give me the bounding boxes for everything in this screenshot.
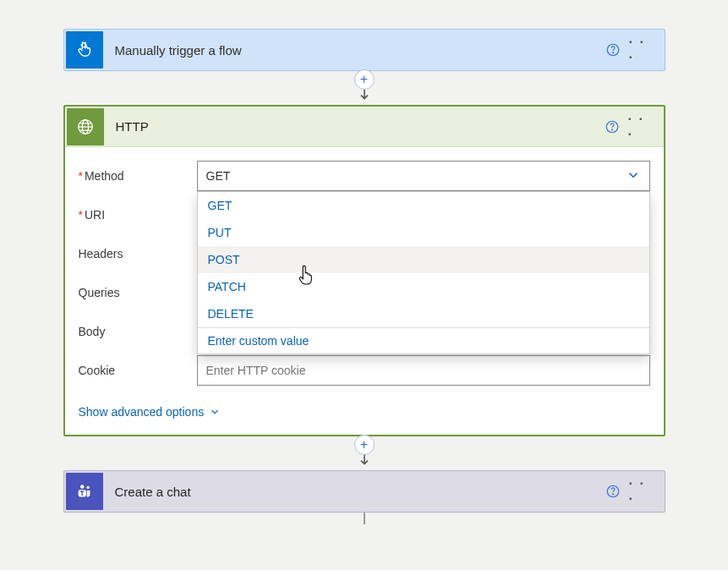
connector: + — [352, 71, 377, 105]
cookie-input[interactable]: Enter HTTP cookie — [197, 355, 650, 386]
method-option-patch[interactable]: PATCH — [198, 273, 649, 300]
svg-point-8 — [86, 486, 89, 489]
help-icon[interactable] — [601, 116, 623, 138]
globe-icon — [67, 108, 104, 145]
touch-icon — [66, 31, 103, 69]
method-selected-value: GET — [206, 169, 231, 183]
http-card[interactable]: HTTP · · · *Method GET — [63, 105, 665, 436]
more-icon[interactable]: · · · — [628, 116, 654, 138]
method-select[interactable]: GET — [197, 161, 650, 191]
help-icon[interactable] — [602, 39, 624, 61]
headers-label: Headers — [79, 247, 197, 260]
connector: + — [352, 436, 377, 470]
http-header[interactable]: HTTP · · · — [65, 107, 664, 147]
cookie-label: Cookie — [79, 364, 197, 377]
cookie-placeholder: Enter HTTP cookie — [206, 364, 306, 377]
add-step-button[interactable]: + — [354, 69, 375, 90]
method-dropdown: GET PUT POST PATCH DELETE Enter custom v… — [197, 191, 650, 354]
method-label: *Method — [79, 169, 197, 183]
svg-point-7 — [80, 485, 84, 488]
http-title: HTTP — [106, 119, 601, 134]
body-label: Body — [79, 325, 197, 338]
arrow-down-icon — [357, 88, 372, 105]
svg-point-6 — [611, 129, 612, 129]
method-option-get[interactable]: GET — [198, 192, 649, 219]
http-body: *Method GET GET PUT POST — [65, 147, 664, 396]
chat-header[interactable]: Create a chat · · · — [64, 471, 665, 512]
uri-label: *URI — [79, 208, 197, 222]
teams-icon — [66, 473, 103, 510]
chevron-down-icon — [209, 406, 221, 418]
add-step-button[interactable]: + — [354, 435, 375, 455]
method-row: *Method GET GET PUT POST — [79, 159, 650, 193]
more-icon[interactable]: · · · — [629, 39, 654, 61]
chat-card[interactable]: Create a chat · · · — [63, 470, 665, 512]
more-icon[interactable]: · · · — [629, 480, 654, 502]
arrow-down-icon — [357, 453, 372, 470]
line-icon — [364, 512, 365, 524]
svg-rect-11 — [81, 491, 82, 496]
trigger-card[interactable]: Manually trigger a flow · · · — [63, 29, 665, 71]
svg-point-13 — [612, 494, 613, 495]
method-option-post[interactable]: POST — [198, 246, 649, 273]
method-option-delete[interactable]: DELETE — [198, 300, 649, 327]
trigger-header[interactable]: Manually trigger a flow · · · — [64, 30, 665, 70]
chat-title: Create a chat — [105, 485, 602, 499]
queries-label: Queries — [79, 286, 197, 299]
method-option-put[interactable]: PUT — [198, 219, 649, 246]
method-custom-value[interactable]: Enter custom value — [198, 328, 649, 354]
cookie-row: Cookie Enter HTTP cookie — [79, 354, 650, 387]
connector-tail — [352, 512, 377, 524]
help-icon[interactable] — [602, 480, 624, 502]
chevron-down-icon — [626, 167, 641, 185]
svg-point-2 — [612, 52, 613, 53]
advanced-row: Show advanced options — [65, 396, 664, 435]
trigger-title: Manually trigger a flow — [105, 43, 602, 58]
show-advanced-link[interactable]: Show advanced options — [79, 405, 222, 419]
